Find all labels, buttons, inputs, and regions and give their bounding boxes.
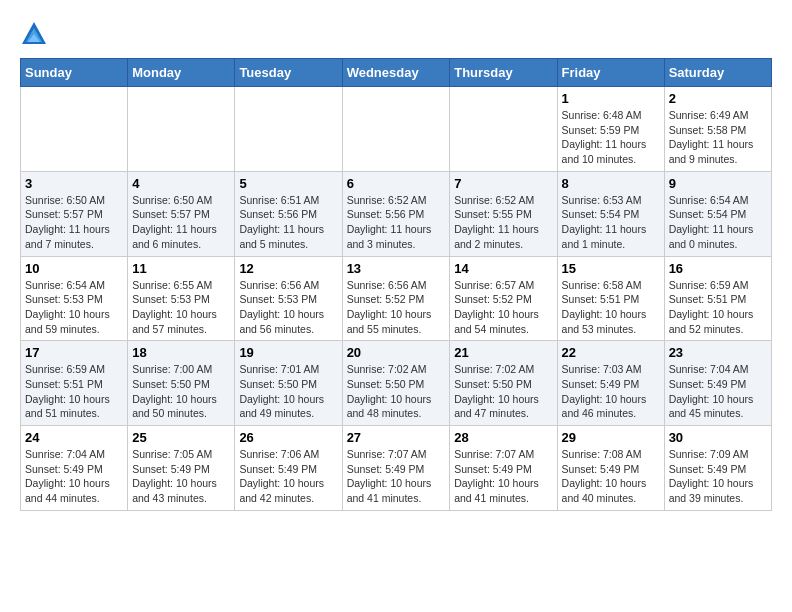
- week-row-1: 3Sunrise: 6:50 AM Sunset: 5:57 PM Daylig…: [21, 171, 772, 256]
- day-cell: 5Sunrise: 6:51 AM Sunset: 5:56 PM Daylig…: [235, 171, 342, 256]
- header-row: SundayMondayTuesdayWednesdayThursdayFrid…: [21, 59, 772, 87]
- day-info: Sunrise: 6:57 AM Sunset: 5:52 PM Dayligh…: [454, 278, 552, 337]
- day-cell: 23Sunrise: 7:04 AM Sunset: 5:49 PM Dayli…: [664, 341, 771, 426]
- calendar-body: 1Sunrise: 6:48 AM Sunset: 5:59 PM Daylig…: [21, 87, 772, 511]
- day-cell: 9Sunrise: 6:54 AM Sunset: 5:54 PM Daylig…: [664, 171, 771, 256]
- day-info: Sunrise: 6:50 AM Sunset: 5:57 PM Dayligh…: [25, 193, 123, 252]
- header-day-wednesday: Wednesday: [342, 59, 450, 87]
- day-number: 17: [25, 345, 123, 360]
- header-day-friday: Friday: [557, 59, 664, 87]
- day-number: 20: [347, 345, 446, 360]
- header: [20, 20, 772, 48]
- day-cell: 15Sunrise: 6:58 AM Sunset: 5:51 PM Dayli…: [557, 256, 664, 341]
- header-day-tuesday: Tuesday: [235, 59, 342, 87]
- day-cell: 12Sunrise: 6:56 AM Sunset: 5:53 PM Dayli…: [235, 256, 342, 341]
- day-number: 15: [562, 261, 660, 276]
- day-info: Sunrise: 6:55 AM Sunset: 5:53 PM Dayligh…: [132, 278, 230, 337]
- day-cell: 30Sunrise: 7:09 AM Sunset: 5:49 PM Dayli…: [664, 426, 771, 511]
- day-info: Sunrise: 6:48 AM Sunset: 5:59 PM Dayligh…: [562, 108, 660, 167]
- day-number: 24: [25, 430, 123, 445]
- day-cell: 14Sunrise: 6:57 AM Sunset: 5:52 PM Dayli…: [450, 256, 557, 341]
- day-info: Sunrise: 7:00 AM Sunset: 5:50 PM Dayligh…: [132, 362, 230, 421]
- day-cell: [128, 87, 235, 172]
- day-cell: 22Sunrise: 7:03 AM Sunset: 5:49 PM Dayli…: [557, 341, 664, 426]
- day-cell: [235, 87, 342, 172]
- day-info: Sunrise: 6:54 AM Sunset: 5:54 PM Dayligh…: [669, 193, 767, 252]
- day-info: Sunrise: 7:09 AM Sunset: 5:49 PM Dayligh…: [669, 447, 767, 506]
- day-number: 30: [669, 430, 767, 445]
- day-number: 12: [239, 261, 337, 276]
- day-number: 4: [132, 176, 230, 191]
- day-cell: 28Sunrise: 7:07 AM Sunset: 5:49 PM Dayli…: [450, 426, 557, 511]
- day-info: Sunrise: 7:08 AM Sunset: 5:49 PM Dayligh…: [562, 447, 660, 506]
- day-info: Sunrise: 7:07 AM Sunset: 5:49 PM Dayligh…: [454, 447, 552, 506]
- day-cell: 20Sunrise: 7:02 AM Sunset: 5:50 PM Dayli…: [342, 341, 450, 426]
- day-cell: 29Sunrise: 7:08 AM Sunset: 5:49 PM Dayli…: [557, 426, 664, 511]
- day-info: Sunrise: 6:53 AM Sunset: 5:54 PM Dayligh…: [562, 193, 660, 252]
- day-cell: 8Sunrise: 6:53 AM Sunset: 5:54 PM Daylig…: [557, 171, 664, 256]
- header-day-monday: Monday: [128, 59, 235, 87]
- day-cell: 2Sunrise: 6:49 AM Sunset: 5:58 PM Daylig…: [664, 87, 771, 172]
- day-number: 14: [454, 261, 552, 276]
- day-info: Sunrise: 6:58 AM Sunset: 5:51 PM Dayligh…: [562, 278, 660, 337]
- header-day-saturday: Saturday: [664, 59, 771, 87]
- day-number: 2: [669, 91, 767, 106]
- day-cell: 21Sunrise: 7:02 AM Sunset: 5:50 PM Dayli…: [450, 341, 557, 426]
- week-row-3: 17Sunrise: 6:59 AM Sunset: 5:51 PM Dayli…: [21, 341, 772, 426]
- day-number: 27: [347, 430, 446, 445]
- day-number: 10: [25, 261, 123, 276]
- calendar-header: SundayMondayTuesdayWednesdayThursdayFrid…: [21, 59, 772, 87]
- day-number: 9: [669, 176, 767, 191]
- day-cell: 16Sunrise: 6:59 AM Sunset: 5:51 PM Dayli…: [664, 256, 771, 341]
- day-info: Sunrise: 6:52 AM Sunset: 5:55 PM Dayligh…: [454, 193, 552, 252]
- day-info: Sunrise: 6:51 AM Sunset: 5:56 PM Dayligh…: [239, 193, 337, 252]
- week-row-0: 1Sunrise: 6:48 AM Sunset: 5:59 PM Daylig…: [21, 87, 772, 172]
- day-number: 7: [454, 176, 552, 191]
- day-number: 28: [454, 430, 552, 445]
- day-info: Sunrise: 7:02 AM Sunset: 5:50 PM Dayligh…: [454, 362, 552, 421]
- logo: [20, 20, 52, 48]
- day-cell: 1Sunrise: 6:48 AM Sunset: 5:59 PM Daylig…: [557, 87, 664, 172]
- day-number: 26: [239, 430, 337, 445]
- day-info: Sunrise: 6:56 AM Sunset: 5:52 PM Dayligh…: [347, 278, 446, 337]
- day-info: Sunrise: 7:06 AM Sunset: 5:49 PM Dayligh…: [239, 447, 337, 506]
- day-info: Sunrise: 6:50 AM Sunset: 5:57 PM Dayligh…: [132, 193, 230, 252]
- day-cell: 10Sunrise: 6:54 AM Sunset: 5:53 PM Dayli…: [21, 256, 128, 341]
- day-number: 13: [347, 261, 446, 276]
- day-info: Sunrise: 7:04 AM Sunset: 5:49 PM Dayligh…: [25, 447, 123, 506]
- day-number: 19: [239, 345, 337, 360]
- day-cell: 26Sunrise: 7:06 AM Sunset: 5:49 PM Dayli…: [235, 426, 342, 511]
- day-cell: 27Sunrise: 7:07 AM Sunset: 5:49 PM Dayli…: [342, 426, 450, 511]
- day-info: Sunrise: 7:01 AM Sunset: 5:50 PM Dayligh…: [239, 362, 337, 421]
- day-number: 16: [669, 261, 767, 276]
- day-cell: 13Sunrise: 6:56 AM Sunset: 5:52 PM Dayli…: [342, 256, 450, 341]
- day-number: 6: [347, 176, 446, 191]
- header-day-sunday: Sunday: [21, 59, 128, 87]
- day-cell: 4Sunrise: 6:50 AM Sunset: 5:57 PM Daylig…: [128, 171, 235, 256]
- day-number: 23: [669, 345, 767, 360]
- calendar: SundayMondayTuesdayWednesdayThursdayFrid…: [20, 58, 772, 511]
- day-cell: [21, 87, 128, 172]
- day-cell: [450, 87, 557, 172]
- day-cell: 17Sunrise: 6:59 AM Sunset: 5:51 PM Dayli…: [21, 341, 128, 426]
- day-cell: 18Sunrise: 7:00 AM Sunset: 5:50 PM Dayli…: [128, 341, 235, 426]
- day-cell: 25Sunrise: 7:05 AM Sunset: 5:49 PM Dayli…: [128, 426, 235, 511]
- day-info: Sunrise: 6:52 AM Sunset: 5:56 PM Dayligh…: [347, 193, 446, 252]
- day-cell: [342, 87, 450, 172]
- day-number: 11: [132, 261, 230, 276]
- day-cell: 7Sunrise: 6:52 AM Sunset: 5:55 PM Daylig…: [450, 171, 557, 256]
- day-number: 3: [25, 176, 123, 191]
- day-info: Sunrise: 7:04 AM Sunset: 5:49 PM Dayligh…: [669, 362, 767, 421]
- day-info: Sunrise: 7:03 AM Sunset: 5:49 PM Dayligh…: [562, 362, 660, 421]
- day-info: Sunrise: 7:05 AM Sunset: 5:49 PM Dayligh…: [132, 447, 230, 506]
- day-number: 29: [562, 430, 660, 445]
- day-number: 5: [239, 176, 337, 191]
- day-number: 8: [562, 176, 660, 191]
- day-number: 25: [132, 430, 230, 445]
- day-number: 1: [562, 91, 660, 106]
- week-row-4: 24Sunrise: 7:04 AM Sunset: 5:49 PM Dayli…: [21, 426, 772, 511]
- day-number: 18: [132, 345, 230, 360]
- day-number: 21: [454, 345, 552, 360]
- header-day-thursday: Thursday: [450, 59, 557, 87]
- day-info: Sunrise: 6:59 AM Sunset: 5:51 PM Dayligh…: [669, 278, 767, 337]
